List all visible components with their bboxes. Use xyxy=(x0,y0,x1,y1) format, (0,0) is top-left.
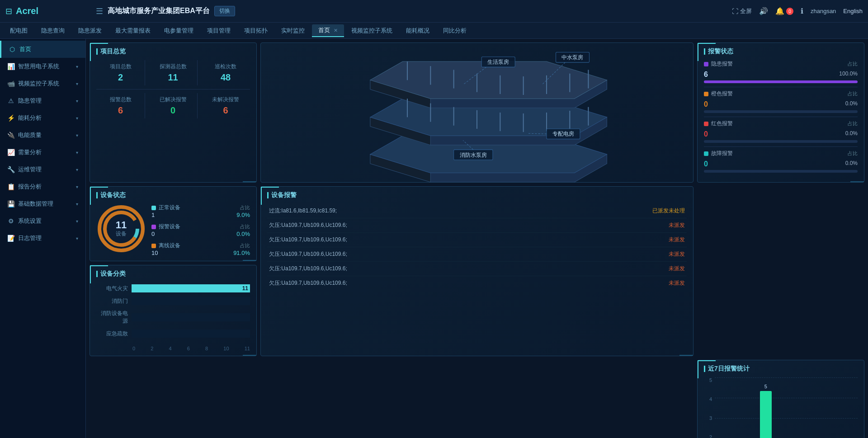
alarm-row-3: 红色报警 占比 xyxy=(704,120,858,127)
alarm-bar-bg-3 xyxy=(704,140,858,143)
legend-offline: 离线设备 占比 10 91.0% xyxy=(151,242,250,256)
tab-tongbifenxi[interactable]: 同比分析 xyxy=(437,25,473,37)
alarm-type-hidden: 隐患报警 占比 6 100.0% xyxy=(704,60,858,83)
alarm-color-fault xyxy=(704,151,708,156)
svg-text:消防水泵房: 消防水泵房 xyxy=(460,152,487,158)
tab-xudaxuliangbaobiao[interactable]: 最大需量报表 xyxy=(109,25,157,37)
svg-text:生活泵房: 生活泵房 xyxy=(487,59,509,65)
legend-warning: 报警设备 占比 0 0.0% xyxy=(151,223,250,237)
device-alarm-card: 设备报警 过流:Ia81.6,Ib81.59,Ic81.59; 已派发未处理 欠… xyxy=(260,186,693,356)
tab-shipinjiankong[interactable]: 视频监控子系统 xyxy=(345,25,399,37)
chevron-down-icon-9: ▾ xyxy=(76,202,78,207)
alarm-bar-bg-2 xyxy=(704,110,858,113)
chevron-down-icon-6: ▾ xyxy=(76,150,78,155)
tab-xiangmuguanli[interactable]: 项目管理 xyxy=(201,25,237,37)
tab-close-icon[interactable]: ✕ xyxy=(334,28,338,33)
donut-center: 11 设备 xyxy=(116,220,127,238)
sidebar: ⬡ 首页 📊 智慧用电子系统 ▾ 📹 视频监控子系统 ▾ ⚠ 隐患管理 ▾ ⚡ … xyxy=(0,39,86,438)
alarm-table: 过流:Ia81.6,Ib81.59,Ic81.59; 已派发未处理 欠压:Ua1… xyxy=(267,204,687,290)
bell-icon: 🔔 xyxy=(775,7,784,15)
info-icon[interactable]: ℹ xyxy=(801,7,803,15)
legend-dot-warning xyxy=(151,225,156,229)
tab-diancanliangguanli[interactable]: 电参量管理 xyxy=(158,25,200,37)
hbar-bg-electric: 11 xyxy=(132,284,250,292)
building-3d-panel: 生活泵房 中水泵房 消防水泵房 专配电房 xyxy=(260,42,693,183)
sidebar-item-report[interactable]: 📋 报告分析 ▾ xyxy=(0,178,85,195)
username: zhangsan xyxy=(811,8,836,14)
fullscreen-button[interactable]: ⛶ 全屏 xyxy=(732,7,752,15)
device-alarm-title: 设备报警 xyxy=(267,191,687,199)
alarm-type-red: 红色报警 占比 0 0.0% xyxy=(704,120,858,143)
bar-0424: 5 xyxy=(760,384,772,438)
report-icon: 📋 xyxy=(7,183,14,190)
sidebar-item-basedata[interactable]: 💾 基础数据管理 ▾ xyxy=(0,195,85,212)
tab-peidianhtu[interactable]: 配电图 xyxy=(4,25,34,37)
alarm-bar-fill-1 xyxy=(704,80,858,83)
device-status-title: 设备状态 xyxy=(96,191,250,199)
svg-text:中水泵房: 中水泵房 xyxy=(561,54,583,61)
home-icon: ⬡ xyxy=(9,46,16,53)
alarm-row-2: 橙色报警 占比 xyxy=(704,90,858,98)
alarm-item-5: 欠压:Ua109.7,Ub109.6,Uc109.6; 未派发 xyxy=(267,276,687,290)
sidebar-item-smartelectric[interactable]: 📊 智慧用电子系统 ▾ xyxy=(0,58,85,75)
y-axis: 5 4 3 2 1 xyxy=(704,377,713,438)
content-area: 项目总览 项目总数 2 探测器总数 11 巡检次数 48 xyxy=(86,39,868,438)
chevron-down-icon-2: ▾ xyxy=(76,81,78,86)
tab-yinhuanpaifa[interactable]: 隐患派发 xyxy=(72,25,108,37)
energy-icon: ⚡ xyxy=(7,114,14,122)
week-chart-container: 5 4 3 2 1 xyxy=(704,377,858,438)
alarm-color-hidden xyxy=(704,62,708,66)
week-stats-card: 近7日报警统计 5 4 3 2 1 xyxy=(697,360,864,438)
alarm-item-1: 欠压:Ua109.7,Ub109.6,Uc109.6; 未派发 xyxy=(267,218,687,233)
device-status-inner: 11 设备 正常设备 占比 xyxy=(96,204,250,256)
overview-item-projects: 项目总数 2 xyxy=(96,60,145,85)
chevron-down-icon-5: ▾ xyxy=(76,133,78,138)
device-category-card: 设备分类 电气火灾 11 消防门 xyxy=(90,265,257,356)
alarm-type-orange: 橙色报警 占比 0 0.0% xyxy=(704,90,858,113)
sidebar-item-energy[interactable]: ⚡ 能耗分析 ▾ xyxy=(0,109,85,127)
tab-nenghaikuangkuang[interactable]: 能耗概况 xyxy=(400,25,436,37)
sidebar-item-home[interactable]: ⬡ 首页 xyxy=(0,41,85,58)
volume-icon[interactable]: 🔊 xyxy=(759,7,768,15)
chevron-down-icon-4: ▾ xyxy=(76,116,78,121)
settings-icon: ⚙ xyxy=(7,217,14,225)
hbar-emergency: 应急疏散 xyxy=(96,330,250,338)
alarm-color-orange xyxy=(704,92,708,96)
notification-button[interactable]: 🔔 0 xyxy=(775,7,793,16)
sidebar-item-settings[interactable]: ⚙ 系统设置 ▾ xyxy=(0,212,85,230)
tab-xiangmutuopu[interactable]: 项目拓扑 xyxy=(238,25,274,37)
hazard-icon: ⚠ xyxy=(7,97,14,104)
overview-grid-top: 项目总数 2 探测器总数 11 巡检次数 48 xyxy=(96,60,250,85)
sidebar-item-demand[interactable]: 📈 需量分析 ▾ xyxy=(0,144,85,161)
chevron-down-icon-7: ▾ xyxy=(76,167,78,172)
sidebar-item-hazard[interactable]: ⚠ 隐患管理 ▾ xyxy=(0,92,85,109)
alarm-status-title: 报警状态 xyxy=(704,47,858,56)
overview-item-inspections: 巡检次数 48 xyxy=(201,60,250,85)
tab-shishijiankong[interactable]: 实时监控 xyxy=(275,25,311,37)
switch-button[interactable]: 切换 xyxy=(214,6,235,16)
bottom-row: 设备状态 xyxy=(90,186,864,438)
chevron-down-icon-11: ▾ xyxy=(76,236,78,241)
alarm-status-card: 报警状态 隐患报警 占比 6 100.0% xyxy=(697,42,864,183)
hbar-bg-power xyxy=(132,313,250,321)
legend-normal: 正常设备 占比 1 9.0% xyxy=(151,204,250,218)
basedata-icon: 💾 xyxy=(7,200,14,207)
sidebar-item-maintenance[interactable]: 🔧 运维管理 ▾ xyxy=(0,161,85,178)
device-legend: 正常设备 占比 1 9.0% xyxy=(151,204,250,256)
page-title: 高地城市服务产业集团EBA平台 xyxy=(108,6,210,16)
tab-shouye[interactable]: 首页 ✕ xyxy=(312,24,344,37)
language-selector[interactable]: English xyxy=(843,8,863,14)
donut-chart: 11 设备 xyxy=(96,204,146,254)
tab-yinhuanchaxun[interactable]: 隐患查询 xyxy=(35,25,71,37)
hbar-fill-electric: 11 xyxy=(132,284,250,292)
overview-item-unresolved-alarms: 未解决报警 6 xyxy=(201,93,250,118)
alarm-row-4: 故障报警 占比 xyxy=(704,150,858,157)
category-bars: 电气火灾 11 消防门 xyxy=(96,283,250,344)
sidebar-item-video[interactable]: 📹 视频监控子系统 ▾ xyxy=(0,75,85,92)
hamburger-icon[interactable]: ☰ xyxy=(96,6,103,16)
sidebar-item-log[interactable]: 📝 日志管理 ▾ xyxy=(0,230,85,247)
sidebar-item-powerquality[interactable]: 🔌 电能质量 ▾ xyxy=(0,127,85,144)
logo-text: Acrel xyxy=(16,6,38,16)
overview-item-total-alarms: 报警总数 6 xyxy=(96,93,145,118)
alarm-item-0: 过流:Ia81.6,Ib81.59,Ic81.59; 已派发未处理 xyxy=(267,204,687,218)
